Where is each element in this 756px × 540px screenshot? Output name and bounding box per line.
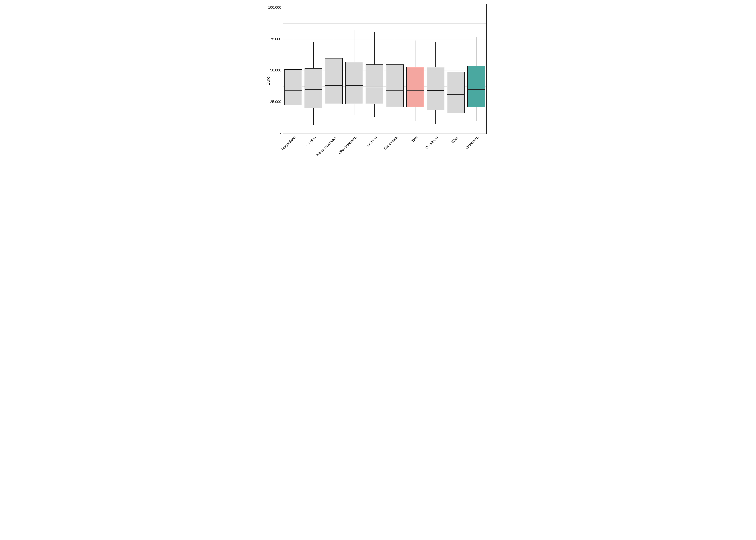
x-tick-label: Burgenland [281, 135, 297, 151]
x-tick-label: Salzburg [365, 135, 378, 148]
box [447, 72, 465, 113]
box [467, 66, 485, 107]
box [406, 67, 424, 107]
box [325, 58, 343, 104]
median-line [427, 90, 444, 91]
box [345, 62, 363, 104]
box-group [344, 4, 364, 134]
median-line [284, 90, 302, 90]
box-group [466, 4, 486, 134]
box [386, 65, 404, 107]
y-tick-label: 75.000 [265, 37, 281, 41]
x-tick-label: Österreich [465, 135, 479, 150]
y-tick-label: 50.000 [265, 68, 281, 72]
x-tick-label: Wien [450, 135, 459, 144]
box [284, 69, 302, 105]
box-group [323, 4, 344, 134]
boxplot-chart: Euro -25.00050.00075.000100.000 Burgenla… [265, 0, 491, 162]
x-tick-label: Kärnten [305, 135, 317, 147]
x-tick-label: Oberösterreich [338, 135, 357, 155]
box-group [303, 4, 323, 134]
y-axis-label: Euro [266, 76, 271, 86]
box [305, 68, 322, 108]
median-line [345, 85, 363, 86]
x-tick-label: Niederösterreich [315, 135, 337, 157]
median-line [406, 90, 424, 90]
median-line [305, 89, 322, 90]
box-group [446, 4, 466, 134]
y-tick-label: 100.000 [265, 5, 281, 10]
median-line [325, 85, 343, 86]
plot-area [283, 4, 487, 134]
x-tick-label: Steiermark [383, 135, 398, 151]
box-group [364, 4, 385, 134]
box-group [283, 4, 303, 134]
median-line [467, 89, 485, 90]
x-tick-label: Tirol [411, 135, 419, 143]
median-line [447, 94, 465, 95]
y-tick-label: - [265, 131, 281, 135]
median-line [386, 90, 404, 90]
box-group [385, 4, 405, 134]
x-tick-label: Vorarlberg [424, 135, 439, 150]
box-group [425, 4, 446, 134]
box-group [405, 4, 425, 134]
box [427, 67, 444, 110]
box [366, 65, 383, 104]
y-tick-label: 25.000 [265, 100, 281, 104]
median-line [366, 86, 383, 87]
